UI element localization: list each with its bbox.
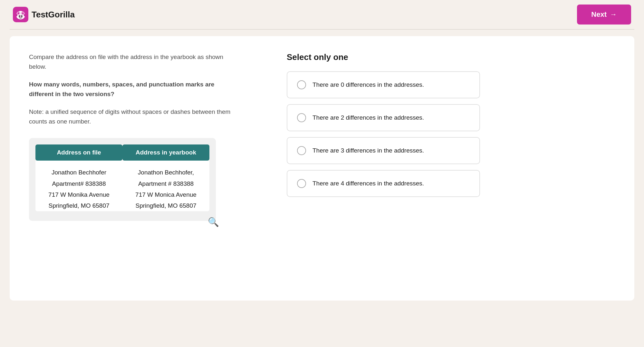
main-card: Compare the address on file with the add…: [10, 36, 634, 301]
next-button[interactable]: Next →: [577, 5, 631, 25]
option-text-opt4: There are 4 differences in the addresses…: [312, 180, 424, 187]
option-text-opt3: There are 3 differences in the addresses…: [312, 147, 424, 154]
address-table: Address on file Address in yearbook Jona…: [35, 144, 209, 211]
option-card-opt4[interactable]: There are 4 differences in the addresses…: [287, 170, 480, 197]
header: TestGorilla Next →: [0, 0, 644, 29]
left-section: Compare the address on file with the add…: [29, 52, 261, 281]
option-card-opt3[interactable]: There are 3 differences in the addresses…: [287, 137, 480, 164]
zoom-icon[interactable]: 🔍: [208, 217, 219, 227]
svg-point-5: [22, 12, 24, 14]
right-section: Select only one There are 0 differences …: [287, 52, 615, 281]
bold-question-text: How many words, numbers, spaces, and pun…: [29, 81, 214, 97]
next-arrow-icon: →: [610, 10, 617, 19]
bold-question: How many words, numbers, spaces, and pun…: [29, 80, 232, 99]
logo-area: TestGorilla: [13, 7, 75, 22]
option-text-opt0: There are 0 differences in the addresses…: [312, 81, 424, 88]
next-button-label: Next: [591, 10, 607, 19]
svg-point-4: [17, 12, 19, 14]
instruction-text: Compare the address on file with the add…: [29, 52, 232, 72]
option-card-opt0[interactable]: There are 0 differences in the addresses…: [287, 71, 480, 98]
address-table-wrapper: Address on file Address in yearbook Jona…: [29, 138, 216, 221]
svg-point-10: [24, 14, 26, 16]
options-container: There are 0 differences in the addresses…: [287, 71, 615, 197]
radio-opt3: [297, 146, 306, 155]
svg-point-8: [21, 15, 23, 17]
radio-opt4: [297, 179, 306, 188]
svg-point-9: [15, 14, 17, 16]
radio-opt0: [297, 80, 306, 89]
select-label: Select only one: [287, 52, 615, 62]
radio-opt2: [297, 113, 306, 122]
address-col2: Jonathon Bechhofer,Apartment # 838388717…: [122, 161, 209, 211]
address-col1: Jonathon BechhoferApartment# 838388717 W…: [35, 161, 122, 211]
col1-header: Address on file: [35, 144, 122, 161]
note-text: Note: a unified sequence of digits witho…: [29, 107, 232, 127]
logo-text: TestGorilla: [32, 10, 75, 20]
logo-icon: [13, 7, 28, 22]
option-card-opt2[interactable]: There are 2 differences in the addresses…: [287, 104, 480, 131]
col2-header: Address in yearbook: [122, 144, 209, 161]
header-divider: [10, 29, 634, 30]
svg-point-7: [19, 15, 20, 17]
option-text-opt2: There are 2 differences in the addresses…: [312, 114, 424, 121]
